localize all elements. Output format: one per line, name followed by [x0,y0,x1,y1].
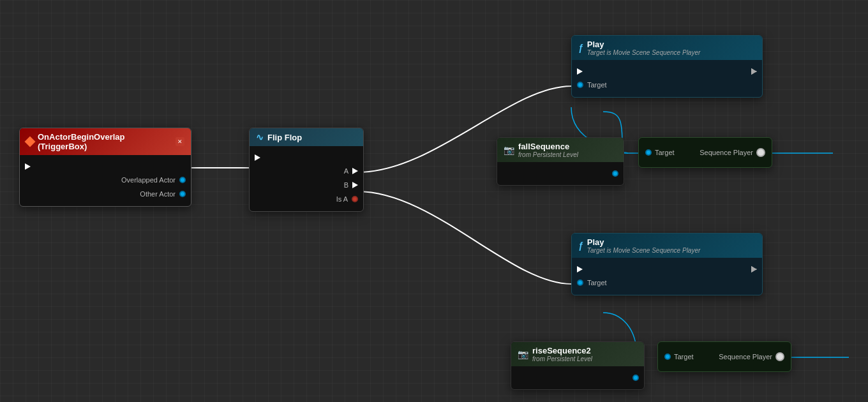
func-icon-1: ƒ [578,43,583,53]
flipflop-a-label: A [344,167,348,175]
overlap-node[interactable]: OnActorBeginOverlap (TriggerBox) ✕ Overl… [19,128,191,207]
fallsequence-output-pin [497,167,624,180]
overlapped-actor-pin: Overlapped Actor [20,173,191,187]
flipflop-b-label: B [344,181,348,189]
seqplayer1-sp-dot[interactable] [756,148,765,157]
seqplayer2-node[interactable]: Target Sequence Player [657,341,791,372]
play2-target-dot[interactable] [577,279,583,286]
play2-target-pin: Target [572,276,762,290]
fallsequence-title: fallSequence [518,142,578,151]
seqplayer2-body: Target Sequence Player [658,342,791,371]
seqplayer1-node[interactable]: Target Sequence Player [638,137,772,168]
fallsequence-body [497,162,624,185]
play1-body: Target [572,60,762,97]
flipflop-isa-label: Is A [336,195,348,203]
play2-body: Target [572,258,762,295]
play2-target-label: Target [587,279,607,287]
play1-target-label: Target [587,81,607,89]
play2-header: ƒ Play Target is Movie Scene Sequence Pl… [572,234,762,258]
play1-title: Play [587,40,701,49]
other-actor-label: Other Actor [140,190,176,198]
risesequence2-output-pin [511,371,644,384]
seqplayer1-target-dot[interactable] [645,149,652,156]
seqplayer2-target-dot[interactable] [664,354,671,360]
fallsequence-node[interactable]: 📷 fallSequence from Persistent Level [497,137,624,186]
seqplayer1-body: Target Sequence Player [639,138,772,167]
play2-subtitle: Target is Movie Scene Sequence Player [587,247,701,254]
flipflop-isa-pin: Is A [250,192,363,206]
risesequence2-subtitle: from Persistent Level [532,355,592,362]
flipflop-body: A B Is A [250,146,363,211]
seqplayer1-sp-label: Sequence Player [700,149,753,156]
fallsequence-header: 📷 fallSequence from Persistent Level [497,138,624,162]
seqplayer2-pins: Target Sequence Player [658,347,791,366]
close-button[interactable]: ✕ [176,137,184,146]
risesequence2-header: 📷 riseSequence2 from Persistent Level [511,342,644,366]
play1-exec-in [577,68,583,75]
overlap-header: OnActorBeginOverlap (TriggerBox) ✕ [20,128,191,155]
play1-exec-row [572,65,762,78]
play2-title: Play [587,237,701,247]
seqplayer1-pins: Target Sequence Player [639,143,772,162]
overlap-body: Overlapped Actor Other Actor [20,155,191,206]
other-actor-dot[interactable] [179,191,186,197]
play1-target-dot[interactable] [577,82,583,88]
flipflop-node[interactable]: ∿ Flip Flop A B Is A [249,128,364,212]
seqplayer2-sp-label: Sequence Player [719,353,772,361]
play1-subtitle: Target is Movie Scene Sequence Player [587,49,701,56]
play2-exec-out [751,266,757,272]
overlapped-actor-dot[interactable] [179,177,186,183]
func-icon-2: ƒ [578,241,583,251]
seqplayer2-target-label: Target [674,353,694,361]
play1-header: ƒ Play Target is Movie Scene Sequence Pl… [572,36,762,60]
fallsequence-subtitle: from Persistent Level [518,151,578,158]
risesequence2-node[interactable]: 📷 riseSequence2 from Persistent Level [511,341,645,390]
camera-icon-rise: 📷 [518,349,528,359]
seqplayer2-sp-dot[interactable] [775,352,784,361]
fallsequence-out-dot[interactable] [612,170,618,177]
overlapped-actor-label: Overlapped Actor [121,176,176,184]
overlap-exec-out-pin [20,160,191,173]
play2-node[interactable]: ƒ Play Target is Movie Scene Sequence Pl… [571,233,763,295]
flipflop-title: Flip Flop [267,133,302,142]
flipflop-b-pin: B [250,178,363,192]
play2-exec-in [577,266,583,272]
play1-node[interactable]: ƒ Play Target is Movie Scene Sequence Pl… [571,35,763,98]
camera-icon-fall: 📷 [504,145,514,155]
exec-in-icon [255,154,260,161]
overlap-title: OnActorBeginOverlap (TriggerBox) [38,132,172,151]
exec-out-icon [25,163,31,170]
flipflop-header: ∿ Flip Flop [250,128,363,146]
other-actor-pin: Other Actor [20,187,191,201]
isa-dot[interactable] [352,196,358,202]
seqplayer1-target-label: Target [655,149,675,156]
risesequence2-title: riseSequence2 [532,346,592,355]
play2-exec-row [572,263,762,276]
risesequence2-out-dot[interactable] [632,375,639,381]
play1-exec-out [751,68,757,75]
play1-target-pin: Target [572,78,762,92]
b-exec-icon [352,182,358,188]
flipflop-a-pin: A [250,164,363,178]
risesequence2-body [511,366,644,389]
a-exec-icon [352,168,358,174]
flipflop-exec-in-pin [250,151,363,164]
diamond-icon [25,137,36,147]
wave-icon: ∿ [256,132,264,142]
